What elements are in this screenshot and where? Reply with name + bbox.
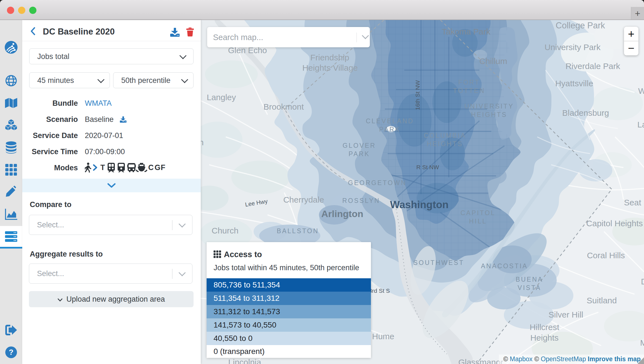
svg-text:Langley: Langley [207, 93, 236, 102]
svg-text:Glassmanor: Glassmanor [458, 358, 503, 364]
svg-text:Bladensburg: Bladensburg [562, 108, 609, 117]
svg-text:Mo: Mo [640, 338, 644, 347]
svg-text:Takoma Park: Takoma Park [442, 27, 491, 36]
svg-text:CLEVELAND: CLEVELAND [366, 117, 414, 125]
svg-text:Capitol Heights: Capitol Heights [586, 219, 643, 228]
svg-text:CAPITOL: CAPITOL [460, 209, 496, 217]
svg-text:Heights Village: Heights Village [302, 63, 358, 72]
svg-text:Coral Hills: Coral Hills [587, 251, 625, 260]
svg-text:Silver Hill: Silver Hill [548, 310, 583, 319]
svg-text:FORT: FORT [458, 79, 480, 86]
svg-text:Arlington: Arlington [321, 208, 363, 219]
svg-text:Suitland: Suitland [587, 296, 617, 305]
svg-text:Friendship: Friendship [310, 53, 349, 62]
svg-text:Heights: Heights [530, 333, 559, 342]
svg-text:T: T [100, 163, 105, 172]
svg-text:Washington: Washington [390, 199, 449, 210]
svg-text:Hume: Hume [372, 332, 394, 341]
svg-text:SOUTHWEST: SOUTHWEST [413, 259, 464, 266]
svg-text:University Park: University Park [544, 43, 601, 52]
svg-text:HEIGHTS: HEIGHTS [471, 111, 507, 118]
svg-text:UNIVERSITY: UNIVERSITY [464, 103, 514, 110]
svg-text:Lincolnia: Lincolnia [228, 358, 261, 364]
svg-text:G: G [155, 163, 160, 172]
svg-text:Dist: Dist [641, 277, 644, 286]
svg-text:16th St NW: 16th St NW [414, 80, 421, 110]
svg-text:Hyattsville: Hyattsville [555, 79, 593, 88]
svg-text:Church: Church [212, 226, 239, 235]
svg-text:BUENA: BUENA [516, 276, 543, 283]
svg-text:R St NW: R St NW [416, 164, 439, 170]
svg-text:COLUMBIA: COLUMBIA [424, 132, 466, 139]
svg-text:Brookmont: Brookmont [263, 102, 304, 111]
svg-text:ROSSLYN: ROSSLYN [342, 197, 380, 204]
svg-text:HEIGHTS: HEIGHTS [427, 140, 463, 147]
svg-text:GEORGETOWN: GEORGETOWN [348, 179, 407, 186]
svg-text:Hillcrest: Hillcrest [530, 323, 559, 332]
svg-text:ANACOSTIA: ANACOSTIA [481, 262, 528, 270]
svg-text:PARK: PARK [349, 150, 370, 158]
svg-text:BALLSTON: BALLSTON [277, 227, 319, 235]
svg-text:Seat Pleasa: Seat Pleasa [624, 198, 644, 207]
svg-text:Riverdale Park: Riverdale Park [566, 62, 621, 71]
svg-text:College Park: College Park [556, 21, 605, 30]
svg-text:TOTTEN: TOTTEN [453, 87, 485, 94]
svg-text:PARK: PARK [379, 126, 401, 133]
svg-text:Chillum: Chillum [479, 56, 507, 66]
svg-text:F: F [161, 163, 165, 172]
svg-text:3rd St S: 3rd St S [369, 287, 390, 294]
svg-text:HILL: HILL [469, 218, 487, 225]
svg-text:VISTA: VISTA [518, 284, 541, 291]
svg-text:?: ? [9, 348, 14, 356]
svg-text:Land: Land [637, 120, 644, 129]
svg-text:Cherrydale: Cherrydale [283, 195, 324, 204]
svg-text:GLOVER: GLOVER [343, 142, 376, 149]
svg-text:C: C [148, 163, 154, 172]
svg-text:Wood: Wood [638, 86, 644, 95]
svg-text:n: n [201, 138, 204, 147]
